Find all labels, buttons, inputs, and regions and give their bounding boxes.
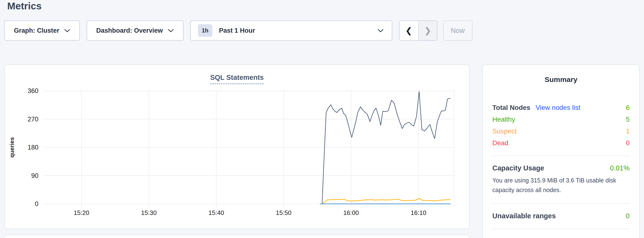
next-time-button[interactable]: ❯ xyxy=(418,21,437,40)
capacity-usage-value: 0.01% xyxy=(610,164,630,172)
dead-nodes-row: Dead 0 xyxy=(492,139,630,147)
divider xyxy=(492,203,630,204)
series-navy-line xyxy=(322,92,450,204)
now-button[interactable]: Now xyxy=(443,21,472,41)
metrics-toolbar: Graph: Cluster Dashboard: Overview 1h Pa… xyxy=(4,21,472,41)
summary-title: Summary xyxy=(492,75,630,84)
sql-statements-chart[interactable]: 15:2015:3015:4015:5016:0016:100901802703… xyxy=(5,65,469,228)
total-nodes-row: Total Nodes View nodes list 6 xyxy=(492,104,630,111)
healthy-value: 5 xyxy=(626,116,630,123)
capacity-usage-row: Capacity Usage 0.01% xyxy=(492,164,630,172)
dashboard-dropdown[interactable]: Dashboard: Overview xyxy=(86,21,184,41)
chevron-down-icon xyxy=(64,29,70,33)
chevron-right-icon: ❯ xyxy=(424,26,431,35)
capacity-usage-description: You are using 315.9 MiB of 3.6 TiB usabl… xyxy=(492,176,630,195)
y-tick-label: 90 xyxy=(31,172,38,179)
unavailable-ranges-value: 0 xyxy=(626,212,630,220)
graph-dropdown-label: Graph: Cluster xyxy=(14,27,59,34)
healthy-label: Healthy xyxy=(492,116,515,123)
series-yellow-line xyxy=(322,199,450,204)
x-tick-label: 16:10 xyxy=(411,209,426,216)
y-tick-label: 360 xyxy=(28,87,38,94)
chevron-left-icon: ❮ xyxy=(405,26,412,35)
x-tick-label: 15:50 xyxy=(276,209,292,216)
time-range-label: Past 1 Hour xyxy=(219,27,255,34)
chevron-down-icon xyxy=(378,29,384,33)
suspect-label: Suspect xyxy=(492,128,516,135)
dead-label: Dead xyxy=(492,139,508,147)
x-tick-label: 16:00 xyxy=(343,209,359,216)
page-title: Metrics xyxy=(7,1,42,12)
total-nodes-value: 6 xyxy=(626,104,630,111)
unavailable-ranges-label: Unavailable ranges xyxy=(492,212,556,220)
x-tick-label: 15:20 xyxy=(74,209,89,216)
suspect-value: 1 xyxy=(626,128,630,135)
dead-value: 0 xyxy=(626,139,630,147)
previous-time-button[interactable]: ❮ xyxy=(400,21,418,40)
suspect-nodes-row: Suspect 1 xyxy=(492,128,630,135)
time-range-selector[interactable]: 1h Past 1 Hour xyxy=(190,21,392,41)
chevron-down-icon xyxy=(168,29,174,33)
capacity-usage-label: Capacity Usage xyxy=(492,164,544,172)
y-axis-label: queries xyxy=(9,137,15,158)
y-tick-label: 180 xyxy=(28,144,38,151)
time-range-badge: 1h xyxy=(198,24,212,37)
divider xyxy=(492,156,630,156)
graph-dropdown[interactable]: Graph: Cluster xyxy=(4,21,80,41)
x-tick-label: 15:30 xyxy=(141,209,157,216)
dashboard-dropdown-label: Dashboard: Overview xyxy=(96,27,163,34)
sql-statements-card: SQL Statements 15:2015:3015:4015:5016:00… xyxy=(5,65,469,228)
time-step-buttons: ❮ ❯ xyxy=(399,21,438,41)
total-nodes-label: Total Nodes xyxy=(492,104,530,111)
unavailable-ranges-row: Unavailable ranges 0 xyxy=(492,212,630,220)
divider xyxy=(492,229,630,229)
y-tick-label: 0 xyxy=(35,200,38,207)
view-nodes-list-link[interactable]: View nodes list xyxy=(536,104,580,111)
x-tick-label: 15:40 xyxy=(208,209,224,216)
y-tick-label: 270 xyxy=(28,116,38,123)
next-chart-card xyxy=(5,235,469,238)
healthy-nodes-row: Healthy 5 xyxy=(492,116,630,123)
summary-panel: Summary Total Nodes View nodes list 6 He… xyxy=(483,65,639,238)
